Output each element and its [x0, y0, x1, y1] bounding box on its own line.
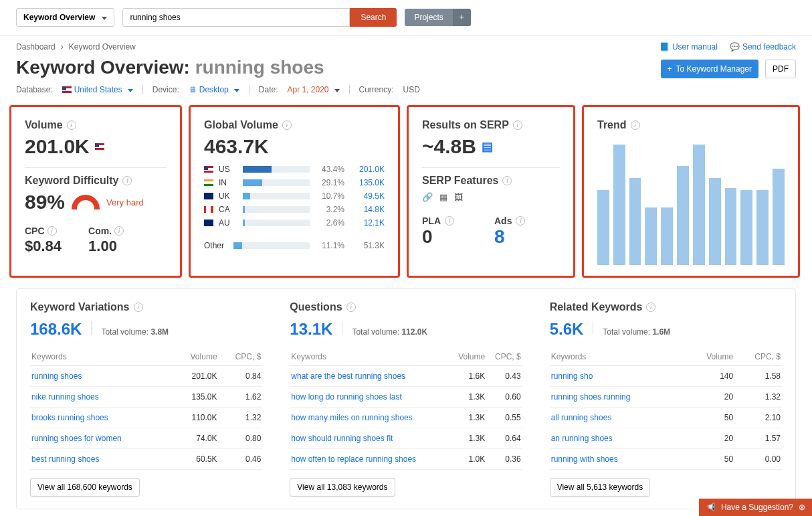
info-icon[interactable]: i [502, 176, 512, 185]
us-flag-icon [62, 86, 72, 93]
info-icon[interactable]: i [646, 303, 655, 312]
keyword-link[interactable]: all running shoes [551, 413, 612, 422]
top-bar: Keyword Overview Search Projects + [0, 0, 812, 35]
info-icon[interactable]: i [513, 120, 522, 130]
gv-row: AU2.6%12.1K [204, 218, 385, 228]
search-button[interactable]: Search [350, 8, 397, 27]
view-all-variations-button[interactable]: View all 168,600 keywords [30, 478, 140, 497]
questions-count[interactable]: 13.1K [290, 320, 332, 339]
to-keyword-manager-button[interactable]: +To Keyword Manager [661, 60, 758, 78]
pdf-button[interactable]: PDF [765, 60, 796, 78]
chevron-down-icon [99, 13, 107, 22]
keyword-link[interactable]: running shoes [31, 371, 82, 381]
info-icon[interactable]: i [122, 176, 132, 185]
variations-count[interactable]: 168.6K [30, 320, 82, 339]
keyword-link[interactable]: how many miles on running shoes [291, 413, 412, 422]
bar [233, 242, 310, 249]
gv-vol-link[interactable]: 12.1K [350, 218, 385, 228]
gv-row: US43.4%201.0K [204, 165, 385, 174]
projects-button[interactable]: Projects [405, 9, 452, 26]
table-row: how should running shoes fit1.3K0.64 [290, 428, 522, 449]
trend-bar [597, 190, 609, 265]
chevron-down-icon [231, 85, 239, 94]
close-icon[interactable]: ⊗ [799, 503, 805, 509]
user-manual-link[interactable]: 📘User manual [659, 42, 718, 52]
flag-icon [204, 193, 213, 199]
view-all-related-button[interactable]: View all 5,613 keywords [550, 478, 651, 497]
us-flag-icon [95, 143, 104, 150]
table-row: nike running shoes135.0K1.62 [30, 387, 262, 408]
date-selector[interactable]: Apr 1, 2020 [287, 85, 339, 94]
bar [243, 166, 310, 173]
table-row: how long do running shoes last1.3K0.60 [290, 387, 522, 408]
flag-icon [204, 166, 213, 173]
keyword-link[interactable]: how should running shoes fit [291, 434, 393, 443]
keyword-link[interactable]: what are the best running shoes [291, 371, 405, 381]
trend-bar [661, 207, 673, 265]
suggestion-button[interactable]: 📢 Have a Suggestion? ⊗ [699, 499, 812, 509]
info-icon[interactable]: i [114, 226, 124, 236]
com-value: 1.00 [88, 238, 124, 255]
keyword-link[interactable]: brooks running shoes [31, 413, 108, 422]
trend-card: Trendi [582, 105, 800, 278]
crumb-current[interactable]: Keyword Overview [69, 42, 136, 52]
info-icon[interactable]: i [47, 226, 57, 236]
keyword-link[interactable]: running with shoes [551, 454, 618, 464]
trend-bar [756, 190, 769, 265]
database-selector[interactable]: United States [62, 85, 133, 94]
keyword-link[interactable]: best running shoes [31, 454, 99, 464]
keyword-link[interactable]: running sho [551, 371, 593, 381]
trend-bar [629, 178, 641, 265]
chat-icon: 💬 [730, 42, 740, 52]
info-icon[interactable]: i [134, 303, 143, 312]
keyword-link[interactable]: an running shoes [551, 434, 613, 443]
volume-card: Volumei 201.0K Keyword Difficultyi 89% V… [9, 105, 182, 278]
add-project-button[interactable]: + [453, 9, 471, 26]
crumb-dashboard[interactable]: Dashboard [16, 42, 56, 52]
table-row: running with shoes500.00 [550, 449, 782, 470]
device-selector[interactable]: 🖥Desktop [189, 85, 239, 94]
view-all-questions-button[interactable]: View all 13,083 keywords [290, 478, 395, 497]
table-row: running shoes for women74.0K0.80 [30, 428, 262, 449]
gv-row: IN29.1%135.0K [204, 178, 385, 187]
ads-value[interactable]: 8 [494, 226, 525, 248]
info-icon[interactable]: i [67, 120, 76, 130]
serp-snapshot-icon[interactable]: ▤ [482, 139, 493, 154]
keyword-link[interactable]: running shoes running [551, 392, 631, 402]
bar [243, 179, 310, 186]
flag-icon [204, 179, 213, 186]
info-icon[interactable]: i [282, 120, 292, 130]
gv-row: CA3.2%14.8K [204, 205, 385, 214]
plus-icon: + [668, 64, 672, 74]
table-row: how many miles on running shoes1.3K0.55 [290, 408, 522, 428]
cpc-value: $0.84 [25, 238, 62, 255]
trend-chart [597, 145, 785, 265]
related-panel: Related Keywordsi 5.6K Total volume: 1.6… [536, 289, 795, 509]
table-row: running sho1401.58 [550, 366, 782, 387]
trend-bar [709, 178, 721, 265]
send-feedback-link[interactable]: 💬Send feedback [730, 42, 796, 52]
info-icon[interactable]: i [445, 216, 454, 226]
keyword-link[interactable]: running shoes for women [31, 434, 122, 443]
gv-vol-link[interactable]: 49.5K [350, 191, 385, 201]
desktop-icon: 🖥 [189, 85, 197, 94]
table-row: running shoes201.0K0.84 [30, 366, 262, 387]
breadcrumb: Dashboard › Keyword Overview [16, 42, 136, 52]
table-row: all running shoes502.10 [550, 408, 782, 428]
info-icon[interactable]: i [346, 303, 356, 312]
keyword-link[interactable]: how long do running shoes last [291, 392, 401, 402]
questions-panel: Questionsi 13.1K Total volume: 112.0K Ke… [276, 289, 535, 509]
search-input[interactable] [122, 8, 350, 27]
keyword-link[interactable]: how often to replace running shoes [291, 454, 416, 464]
gv-vol-link[interactable]: 14.8K [350, 205, 385, 214]
related-count[interactable]: 5.6K [550, 320, 584, 339]
gv-vol-link[interactable]: 135.0K [350, 178, 385, 187]
gv-vol-link[interactable]: 201.0K [350, 165, 385, 174]
bar [243, 206, 310, 213]
flag-icon [204, 206, 213, 213]
keyword-link[interactable]: nike running shoes [31, 392, 99, 402]
tool-selector[interactable]: Keyword Overview [16, 8, 114, 27]
info-icon[interactable]: i [631, 120, 640, 130]
table-row: how often to replace running shoes1.0K0.… [290, 449, 522, 470]
info-icon[interactable]: i [516, 216, 525, 226]
